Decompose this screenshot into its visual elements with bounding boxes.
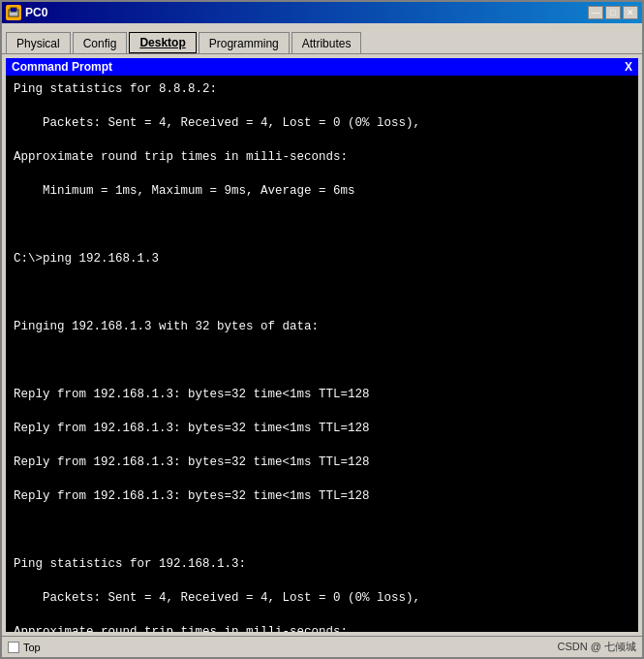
cmd-line: Pinging 192.168.1.3 with 32 bytes of dat… [14,319,630,336]
title-bar: PC0 — □ ✕ [2,2,642,23]
cmd-title: Command Prompt [12,60,112,74]
tab-attributes[interactable]: Attributes [291,32,362,53]
cmd-line: Ping statistics for 8.8.8.2: [14,81,630,99]
minimize-button[interactable]: — [588,6,603,19]
cmd-line [14,285,630,302]
window: PC0 — □ ✕ Physical Config Desktop Progra… [0,0,644,659]
cmd-line: Approximate round trip times in milli-se… [14,149,630,167]
cmd-line: Reply from 192.168.1.3: bytes=32 time<1m… [14,421,630,438]
cmd-container: Command Prompt X Ping statistics for 8.8… [2,54,642,636]
window-title: PC0 [25,6,588,19]
tab-bar: Physical Config Desktop Programming Attr… [2,23,642,54]
checkbox[interactable] [8,642,19,653]
status-label: Top [23,642,41,653]
restore-button[interactable]: □ [605,6,621,19]
cmd-line: C:\>ping 192.168.1.3 [14,251,630,268]
cmd-close-button[interactable]: X [625,60,632,74]
window-icon [6,5,21,20]
cmd-line: Reply from 192.168.1.3: bytes=32 time<1m… [14,488,630,506]
cmd-titlebar: Command Prompt X [6,58,638,76]
cmd-line [14,217,630,235]
svg-rect-1 [11,8,16,12]
status-left: Top [8,642,41,653]
tab-programming[interactable]: Programming [199,32,290,53]
status-right: CSDN @ 七倾城 [558,640,636,654]
tab-desktop[interactable]: Desktop [129,32,196,53]
cmd-line: Approximate round trip times in milli-se… [14,624,630,632]
cmd-line: Packets: Sent = 4, Received = 4, Lost = … [14,590,630,608]
cmd-line: Reply from 192.168.1.3: bytes=32 time<1m… [14,455,630,472]
status-bar: Top CSDN @ 七倾城 [2,636,642,657]
cmd-line [14,522,630,540]
cmd-body[interactable]: Ping statistics for 8.8.8.2: Packets: Se… [6,76,638,632]
cmd-line: Minimum = 1ms, Maximum = 9ms, Average = … [14,183,630,201]
window-controls: — □ ✕ [588,6,638,19]
cmd-line [14,353,630,370]
cmd-line: Reply from 192.168.1.3: bytes=32 time<1m… [14,387,630,404]
tab-config[interactable]: Config [73,32,128,53]
cmd-line: Packets: Sent = 4, Received = 4, Lost = … [14,115,630,133]
tab-physical[interactable]: Physical [6,32,71,53]
close-button[interactable]: ✕ [623,6,638,19]
cmd-line: Ping statistics for 192.168.1.3: [14,556,630,574]
